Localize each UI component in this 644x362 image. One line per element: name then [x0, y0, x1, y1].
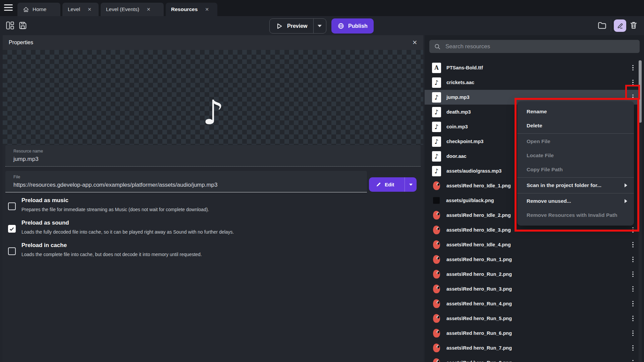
edit-dropdown-button[interactable] — [405, 177, 417, 192]
gdevelop-window: Home Level ✕ Level (Events) ✕ Resources … — [0, 0, 644, 362]
folder-icon[interactable] — [597, 20, 607, 31]
resource-row[interactable]: assets\Red hero_Run_5.png — [425, 311, 639, 326]
resource-name: assets\Red hero_Idle_1.png — [446, 183, 511, 188]
tab-bar: Home Level ✕ Level (Events) ✕ Resources … — [0, 0, 644, 16]
close-icon[interactable]: ✕ — [205, 7, 209, 12]
red-hero-sprite-icon — [433, 299, 440, 308]
kebab-menu-icon[interactable] — [629, 252, 637, 267]
file-field[interactable]: File https://resources.gdevelop-app.com/… — [5, 171, 367, 192]
resource-preview-area: ♪ — [3, 50, 423, 145]
red-hero-sprite-icon — [433, 211, 440, 220]
publish-button[interactable]: Publish — [331, 18, 374, 34]
preview-dropdown-button[interactable] — [313, 19, 326, 33]
resource-name: assets\Red hero_Idle_4.png — [446, 242, 511, 247]
resource-row[interactable]: assets\Red hero_Run_7.png — [425, 341, 639, 355]
menu-item-copy-file-path: Copy File Path — [517, 163, 634, 177]
audio-file-icon — [432, 77, 441, 88]
kebab-menu-icon[interactable] — [629, 341, 637, 355]
tab-level[interactable]: Level ✕ — [62, 3, 99, 16]
resource-row[interactable]: assets\Red hero_Run_8.png — [425, 355, 639, 362]
kebab-menu-icon[interactable] — [629, 355, 637, 362]
music-note-icon: ♪ — [203, 93, 224, 132]
resource-name-label: Resource name — [13, 149, 43, 154]
tab-home[interactable]: Home — [17, 3, 60, 16]
checkbox-description: Loads the fully decoded file into cache,… — [21, 229, 234, 235]
resource-name: PTSans-Bold.ttf — [446, 65, 483, 70]
submenu-arrow-icon — [625, 199, 627, 203]
menu-item-label: Remove unused... — [527, 198, 571, 204]
resource-name: assets\Red hero_Idle_2.png — [446, 213, 511, 218]
resource-name: crickets.aac — [446, 80, 474, 85]
preview-button[interactable]: Preview — [269, 18, 326, 34]
menu-item-open-file: Open File — [517, 134, 634, 148]
save-icon[interactable] — [18, 21, 28, 30]
audio-file-icon — [432, 151, 441, 162]
checkbox-preload-as-sound[interactable] — [8, 225, 16, 233]
file-value: https://resources.gdevelop-app.com/examp… — [13, 182, 218, 188]
preload-in-cache-option: Preload in cache Loads the complete file… — [5, 242, 374, 263]
resource-row[interactable]: assets\Red hero_Idle_4.png — [425, 237, 639, 252]
menu-item-rename[interactable]: Rename — [517, 105, 634, 119]
kebab-menu-icon[interactable] — [629, 75, 637, 90]
menu-item-label: Remove Resources with Invalid Path — [527, 212, 617, 218]
scrollbar-thumb[interactable] — [639, 60, 642, 123]
red-hero-sprite-icon — [433, 344, 440, 352]
menu-item-label: Rename — [527, 109, 547, 115]
font-file-icon — [432, 63, 441, 73]
red-hero-sprite-icon — [433, 314, 440, 323]
menu-divider — [517, 177, 634, 178]
edit-label: Edit — [385, 182, 394, 187]
menu-item-label: Open File — [527, 138, 550, 144]
black-image-icon — [433, 197, 440, 204]
audio-file-icon — [432, 166, 441, 176]
kebab-menu-icon[interactable] — [629, 267, 637, 282]
search-input[interactable]: Search resources — [429, 40, 640, 53]
close-icon[interactable]: ✕ — [147, 7, 151, 12]
kebab-menu-icon[interactable] — [629, 311, 637, 326]
resource-row[interactable]: PTSans-Bold.ttf — [425, 60, 639, 75]
red-hero-sprite-icon — [433, 255, 440, 264]
resource-name: assets\Red hero_Run_7.png — [446, 345, 512, 351]
project-manager-icon[interactable] — [5, 21, 15, 30]
kebab-menu-icon[interactable] — [629, 282, 637, 296]
checkbox-label: Preload as music — [21, 197, 68, 204]
resource-row[interactable]: crickets.aac — [425, 75, 639, 90]
trash-icon[interactable] — [629, 20, 638, 30]
resource-name: assets/gui/black.png — [446, 198, 494, 203]
edit-resource-button[interactable] — [614, 19, 626, 32]
chevron-down-icon — [409, 184, 413, 186]
resource-row[interactable]: assets\Red hero_Run_2.png — [425, 267, 639, 282]
menu-divider — [517, 193, 634, 193]
menu-item-delete[interactable]: Delete — [517, 119, 634, 133]
menu-item-label: Delete — [527, 123, 542, 129]
resource-row[interactable]: assets\Red hero_Run_6.png — [425, 326, 639, 341]
tab-label: Level (Events) — [106, 6, 139, 12]
tab-label: Resources — [171, 6, 198, 12]
checkbox-preload-as-music[interactable] — [8, 202, 16, 210]
resource-row[interactable]: assets\Red hero_Run_1.png — [425, 252, 639, 267]
play-icon — [276, 22, 283, 30]
edit-file-button[interactable]: Edit — [369, 177, 417, 192]
menu-divider — [517, 133, 634, 134]
close-icon[interactable]: ✕ — [88, 7, 92, 12]
kebab-menu-icon[interactable] — [629, 326, 637, 341]
resource-name: door.aac — [446, 154, 467, 159]
kebab-menu-icon[interactable] — [629, 237, 637, 252]
menu-item-scan-project-folder[interactable]: Scan in the project folder for... — [517, 178, 634, 192]
resource-name: jump.mp3 — [446, 95, 469, 100]
checkbox-preload-in-cache[interactable] — [8, 247, 16, 255]
hamburger-menu-icon[interactable] — [4, 4, 14, 12]
resource-row[interactable]: assets\Red hero_Run_4.png — [425, 296, 639, 311]
menu-item-remove-unused[interactable]: Remove unused... — [517, 194, 634, 208]
tab-level-events[interactable]: Level (Events) ✕ — [101, 3, 164, 16]
pencil-icon — [376, 182, 381, 187]
tab-resources[interactable]: Resources ✕ — [166, 3, 217, 16]
resource-row[interactable]: assets\Red hero_Run_3.png — [425, 282, 639, 296]
checkbox-label: Preload in cache — [21, 242, 67, 249]
close-icon[interactable]: ✕ — [412, 39, 417, 46]
resource-name-field[interactable]: Resource name jump.mp3 — [5, 145, 421, 167]
kebab-menu-icon[interactable] — [629, 296, 637, 311]
kebab-menu-icon[interactable] — [629, 60, 637, 75]
resource-name: assets\Red hero_Run_6.png — [446, 330, 512, 336]
checkbox-label: Preload as sound — [21, 220, 69, 226]
